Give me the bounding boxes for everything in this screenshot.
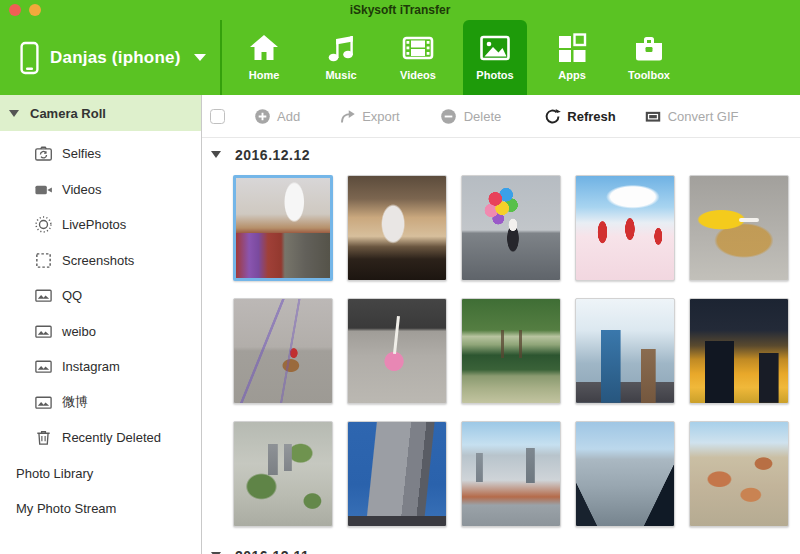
photo-thumbnail[interactable] <box>689 421 789 527</box>
delete-button[interactable]: Delete <box>440 107 502 125</box>
picture-icon <box>479 32 511 64</box>
photo-thumbnail[interactable] <box>233 298 333 404</box>
select-all-checkbox[interactable] <box>210 109 225 124</box>
sidebar-item-recently-deleted[interactable]: Recently Deleted <box>0 420 201 456</box>
tab-apps[interactable]: Apps <box>540 20 604 95</box>
sidebar-item-videos[interactable]: Videos <box>0 172 201 208</box>
photo-album-icon <box>34 357 53 376</box>
tab-label: Photos <box>476 69 513 81</box>
phone-icon <box>20 48 39 67</box>
sidebar-item-label: LivePhotos <box>62 217 126 232</box>
convert-gif-label: Convert GIF <box>668 109 739 124</box>
tab-videos[interactable]: Videos <box>386 20 450 95</box>
sidebar-item-livephotos[interactable]: LivePhotos <box>0 207 201 243</box>
sidebar-item-label: weibo <box>62 324 96 339</box>
photo-thumbnail[interactable] <box>575 175 675 281</box>
app-header: Danjas (iphone) Home Music Videos Pho <box>0 20 800 95</box>
sidebar-item-label: QQ <box>62 288 82 303</box>
screenshot-icon <box>34 251 53 270</box>
apps-icon <box>557 32 587 64</box>
music-icon <box>326 32 356 64</box>
collapse-triangle-icon <box>9 110 19 117</box>
section-date: 2016.12.12 <box>235 147 310 163</box>
photo-thumbnail[interactable] <box>233 175 333 281</box>
sidebar-item-label: Screenshots <box>62 253 134 268</box>
photo-thumbnail[interactable] <box>461 298 561 404</box>
photo-thumbnail[interactable] <box>347 421 447 527</box>
refresh-icon <box>543 107 561 125</box>
sidebar-item-label: Selfies <box>62 146 101 161</box>
photo-thumbnail[interactable] <box>347 175 447 281</box>
convert-gif-button[interactable]: Convert GIF <box>644 107 739 125</box>
tab-toolbox[interactable]: Toolbox <box>617 20 681 95</box>
photos-toolbar: Add Export Delete Refresh <box>202 95 800 138</box>
sidebar-root-label: Camera Roll <box>30 106 106 121</box>
gif-icon <box>644 107 662 125</box>
tab-label: Videos <box>400 69 436 81</box>
device-name: Danjas (iphone) <box>50 48 181 68</box>
date-section-header[interactable]: 2016.12.11 <box>202 539 800 554</box>
add-label: Add <box>277 109 300 124</box>
sidebar-item-screenshots[interactable]: Screenshots <box>0 243 201 279</box>
sidebar-item-weibo[interactable]: weibo <box>0 314 201 350</box>
tab-label: Apps <box>558 69 586 81</box>
sidebar-item-label: Instagram <box>62 359 120 374</box>
minus-circle-icon <box>440 107 458 125</box>
photo-thumbnail[interactable] <box>461 421 561 527</box>
photo-thumbnail[interactable] <box>347 298 447 404</box>
add-button[interactable]: Add <box>253 107 300 125</box>
sidebar-item-qq[interactable]: QQ <box>0 278 201 314</box>
sidebar-item-label: Photo Library <box>16 466 93 481</box>
photo-thumbnail[interactable] <box>575 298 675 404</box>
sidebar-item-label: 微博 <box>62 393 88 411</box>
sidebar-item-label: My Photo Stream <box>16 501 116 516</box>
photo-album-icon <box>34 322 53 341</box>
chevron-down-icon <box>194 54 206 61</box>
titlebar: iSkysoft iTransfer <box>0 0 800 20</box>
date-section-header[interactable]: 2016.12.12 <box>202 138 800 171</box>
tab-home[interactable]: Home <box>232 20 296 95</box>
selfie-camera-icon <box>34 144 53 163</box>
sidebar-item-selfies[interactable]: Selfies <box>0 136 201 172</box>
trash-icon <box>34 428 53 447</box>
photo-thumbnail[interactable] <box>461 175 561 281</box>
tab-photos[interactable]: Photos <box>463 20 527 95</box>
device-selector[interactable]: Danjas (iphone) <box>0 20 222 95</box>
sidebar-item-label: Videos <box>62 182 102 197</box>
collapse-triangle-icon <box>211 151 221 158</box>
main-nav: Home Music Videos Photos Apps <box>232 20 681 95</box>
photo-grid <box>233 175 800 527</box>
export-label: Export <box>362 109 400 124</box>
sidebar-item-label: Recently Deleted <box>62 430 161 445</box>
live-photo-icon <box>34 215 53 234</box>
photo-thumbnail[interactable] <box>233 421 333 527</box>
photo-thumbnail[interactable] <box>689 175 789 281</box>
export-button[interactable]: Export <box>338 107 400 125</box>
toolbox-icon <box>633 32 665 64</box>
window-title: iSkysoft iTransfer <box>0 3 800 17</box>
delete-label: Delete <box>464 109 502 124</box>
sidebar-item-camera-roll[interactable]: Camera Roll <box>0 95 201 131</box>
film-icon <box>402 32 434 64</box>
tab-label: Music <box>325 69 356 81</box>
tab-label: Home <box>249 69 280 81</box>
video-camera-icon <box>34 180 53 199</box>
refresh-label: Refresh <box>567 109 615 124</box>
photo-album-icon <box>34 393 53 412</box>
sidebar-item-weibo-cn[interactable]: 微博 <box>0 385 201 421</box>
export-arrow-icon <box>338 107 356 125</box>
photo-scroll-area[interactable]: 2016.12.12 2016.12 <box>202 138 800 554</box>
tab-music[interactable]: Music <box>309 20 373 95</box>
sidebar-item-my-photo-stream[interactable]: My Photo Stream <box>0 491 201 527</box>
photo-thumbnail[interactable] <box>575 421 675 527</box>
sidebar-item-photo-library[interactable]: Photo Library <box>0 456 201 492</box>
sidebar-item-instagram[interactable]: Instagram <box>0 349 201 385</box>
plus-circle-icon <box>253 107 271 125</box>
photo-album-icon <box>34 286 53 305</box>
home-icon <box>248 32 280 64</box>
refresh-button[interactable]: Refresh <box>543 107 615 125</box>
photo-thumbnail[interactable] <box>689 298 789 404</box>
section-date: 2016.12.11 <box>235 548 309 554</box>
tab-label: Toolbox <box>628 69 670 81</box>
sidebar: Camera Roll Selfies Videos LivePhotos <box>0 95 202 554</box>
